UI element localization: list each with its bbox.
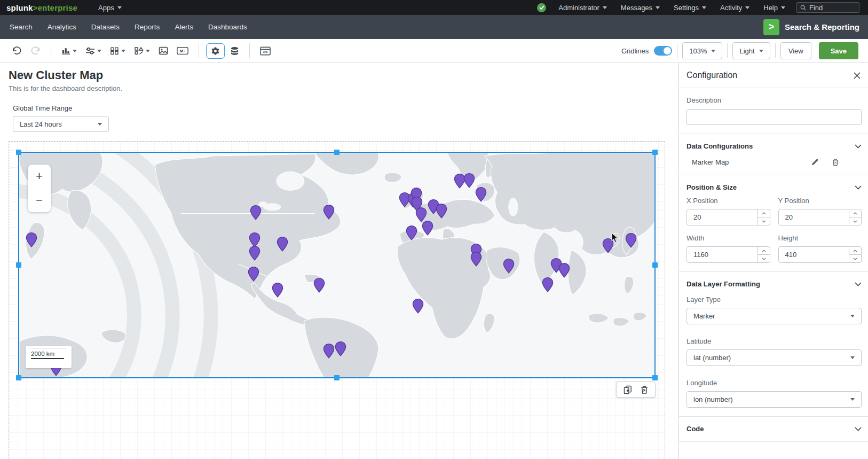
stepper-down-button[interactable] [758,255,770,262]
data-configurations-header[interactable]: Data Configurations [686,141,862,150]
map-marker-pin-finland[interactable] [463,173,475,188]
dashboard-title[interactable]: New Cluster Map [9,68,103,82]
resize-handle-nw[interactable] [16,150,21,155]
zoom-level-dropdown[interactable]: 103% [682,42,722,59]
database-icon [230,46,239,56]
latitude-dropdown[interactable]: lat (number) [686,349,862,366]
stepper-up-button[interactable] [849,247,861,255]
resize-handle-n[interactable] [334,150,340,155]
cluster-map-widget[interactable]: + − 2000 km [18,152,656,378]
map-marker-pin-us-southeast[interactable] [277,236,288,252]
data-sources-button[interactable] [227,44,242,58]
x-position-input[interactable]: 20 [686,209,770,225]
map-zoom-in-button[interactable]: + [28,165,51,189]
nav-tab-datasets[interactable]: Datasets [84,15,127,39]
height-input[interactable]: 410 [778,246,862,263]
map-marker-pin-bangladesh[interactable] [558,263,570,278]
stepper-down-button[interactable] [758,217,770,225]
map-marker-pin-gulf-of-guinea[interactable] [412,299,424,314]
delete-trash-icon[interactable] [832,158,839,166]
resize-handle-e[interactable] [652,262,658,268]
map-marker-pin-central-europe[interactable] [436,203,447,219]
y-position-input[interactable]: 20 [778,209,862,225]
find-search-input[interactable]: Find [796,2,859,13]
map-marker-pin-north-america-west[interactable] [250,205,262,220]
map-marker-pin-japan[interactable] [625,233,637,248]
map-marker-pin-spain[interactable] [406,225,417,241]
map-zoom-out-button[interactable]: − [28,189,51,213]
map-marker-pin-egypt-south[interactable] [470,252,482,267]
resize-handle-s[interactable] [334,375,340,380]
splunk-logo[interactable]: splunk>enterprise [6,3,77,12]
add-input-button[interactable] [82,44,105,58]
help-menu[interactable]: Help [756,0,792,15]
resize-handle-w[interactable] [16,262,21,268]
longitude-dropdown[interactable]: lon (number) [686,391,862,408]
width-input[interactable]: 1160 [686,246,770,263]
resize-handle-sw[interactable] [16,375,21,380]
map-marker-pin-china-east[interactable] [602,238,614,253]
stepper-up-button[interactable] [758,247,770,255]
layer-type-dropdown[interactable]: Marker [686,308,862,324]
map-marker-pin-japan-wrap[interactable] [26,232,37,248]
nav-tab-search[interactable]: Search [2,15,40,39]
map-marker-pin-caribbean[interactable] [313,277,325,293]
view-button[interactable]: View [780,42,811,59]
map-marker-pin-central-america[interactable] [272,282,283,298]
add-markdown-button[interactable]: M↓ [173,44,192,58]
administrator-menu[interactable]: Administrator [551,0,614,15]
stepper-up-button[interactable] [758,209,770,217]
layout-button[interactable] [107,44,129,58]
map-marker-pin-argentina-west[interactable] [323,343,335,359]
check-icon [539,5,545,10]
stepper-down-button[interactable] [849,255,861,262]
messages-menu[interactable]: Messages [614,0,667,15]
resize-handle-se[interactable] [652,375,658,380]
duplicate-widget-icon[interactable] [624,385,633,394]
save-button[interactable]: Save [819,42,858,59]
map-marker-pin-us-central-south[interactable] [249,246,261,261]
configuration-toggle-button[interactable] [206,43,225,59]
theme-dropdown[interactable]: Light [732,42,770,59]
nav-tab-analytics[interactable]: Analytics [40,15,84,39]
dashboard-description[interactable]: This is for the dashboard description. [9,84,122,92]
add-shape-button[interactable] [131,44,153,58]
map-marker-pin-arabia[interactable] [503,259,515,274]
activity-menu[interactable]: Activity [713,0,756,15]
stepper-down-button[interactable] [849,217,861,225]
latitude-label: Latitude [686,337,862,345]
map-marker-pin-india-south[interactable] [542,277,554,292]
health-status-icon[interactable] [537,3,546,12]
source-editor-button[interactable]: </> [257,44,274,58]
edit-pencil-icon[interactable] [811,158,819,166]
gridlines-toggle[interactable] [654,46,672,56]
current-app[interactable]: > Search & Reporting [763,19,859,35]
description-input[interactable] [686,109,862,125]
map-marker-pin-argentina-east[interactable] [335,341,346,356]
undo-button[interactable] [9,44,25,58]
map-marker-pin-russia-west[interactable] [475,187,487,203]
nav-tab-dashboards[interactable]: Dashboards [201,15,255,39]
settings-menu[interactable]: Settings [667,0,713,15]
map-marker-pin-newfoundland[interactable] [323,204,335,220]
time-range-dropdown[interactable]: Last 24 hours [13,116,109,132]
help-menu-label: Help [763,4,778,12]
data-layer-formatting-header[interactable]: Data Layer Formatting [686,279,862,288]
redo-button[interactable] [27,44,44,58]
add-image-button[interactable] [155,44,171,58]
delete-widget-icon[interactable] [640,385,649,394]
add-chart-button[interactable] [58,44,80,58]
nav-tab-reports[interactable]: Reports [127,15,167,39]
apps-menu[interactable]: Apps [91,0,129,15]
data-configuration-item[interactable]: Marker Map [686,158,862,166]
map-marker-pin-mexico[interactable] [248,266,259,282]
position-size-header[interactable]: Position & Size [686,182,862,191]
code-header[interactable]: Code [686,424,862,433]
map-marker-pin-italy-north[interactable] [422,220,433,236]
close-panel-button[interactable] [854,72,861,79]
dashboard-grid-canvas[interactable]: + − 2000 km [9,141,665,459]
stepper-up-button[interactable] [849,209,861,217]
chevron-down-icon [855,185,862,190]
resize-handle-ne[interactable] [652,150,658,155]
nav-tab-alerts[interactable]: Alerts [167,15,201,39]
